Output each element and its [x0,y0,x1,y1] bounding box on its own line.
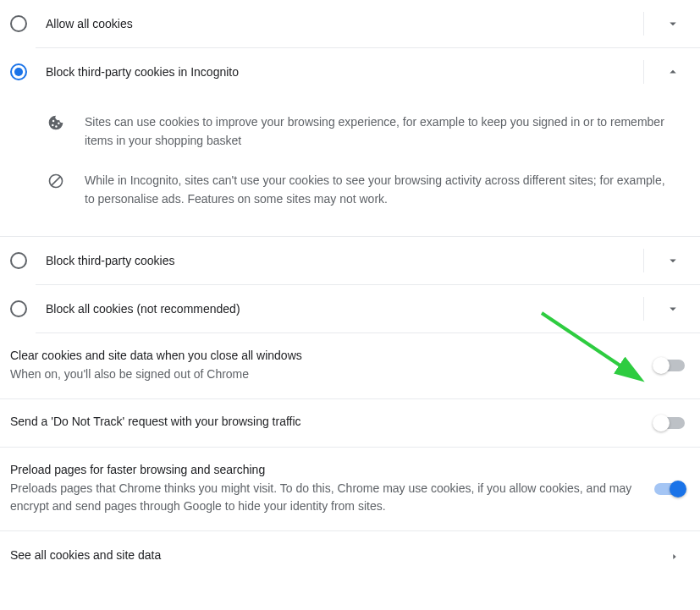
cookie-option-allow-all[interactable]: Allow all cookies [0,0,700,47]
setting-title: Send a 'Do Not Track' request with your … [10,415,637,428]
setting-text: See all cookies and site data [10,548,664,565]
detail-incognito-info: While in Incognito, sites can't use your… [47,161,683,219]
radio-selected-icon [10,63,27,80]
option-label: Block third-party cookies in Incognito [46,65,633,79]
see-all-cookies-link[interactable]: See all cookies and site data [0,531,700,582]
option-label: Allow all cookies [46,17,633,30]
arrow-right-icon [664,547,685,567]
detail-text: While in Incognito, sites can't use your… [85,171,683,209]
setting-text: Clear cookies and site data when you clo… [10,349,654,383]
detail-cookies-info: Sites can use cookies to improve your br… [47,102,683,161]
setting-subtitle: When on, you'll also be signed out of Ch… [10,365,637,383]
chevron-down-icon[interactable] [663,299,683,319]
setting-subtitle: Preloads pages that Chrome thinks you mi… [10,480,637,515]
divider [643,249,644,272]
cookie-option-block-third[interactable]: Block third-party cookies [36,237,700,285]
setting-title: Preload pages for faster browsing and se… [10,463,637,476]
toggle-on[interactable] [654,483,685,495]
cookie-option-block-all[interactable]: Block all cookies (not recommended) [36,285,700,333]
detail-text: Sites can use cookies to improve your br… [85,113,683,151]
radio-unselected-icon [10,15,27,32]
option-label: Block all cookies (not recommended) [46,302,633,316]
cookie-option-block-third-incognito[interactable]: Block third-party cookies in Incognito [36,47,700,96]
radio-unselected-icon [10,252,27,269]
option-label: Block third-party cookies [46,254,633,267]
cookie-icon [47,114,64,131]
setting-text: Send a 'Do Not Track' request with your … [10,415,654,431]
setting-clear-cookies[interactable]: Clear cookies and site data when you clo… [0,333,700,399]
chevron-down-icon[interactable] [663,14,683,34]
divider [643,297,644,321]
setting-do-not-track[interactable]: Send a 'Do Not Track' request with your … [0,399,700,448]
block-icon [47,173,64,190]
radio-unselected-icon [10,300,27,317]
incognito-details: Sites can use cookies to improve your br… [0,96,700,237]
toggle-off[interactable] [654,360,685,371]
divider [643,12,644,36]
chevron-down-icon[interactable] [663,250,683,271]
setting-preload-pages[interactable]: Preload pages for faster browsing and se… [0,448,700,531]
setting-text: Preload pages for faster browsing and se… [10,463,654,515]
divider [643,60,644,84]
chevron-up-icon[interactable] [663,62,683,82]
setting-title: See all cookies and site data [10,548,648,562]
toggle-off[interactable] [654,417,685,429]
setting-title: Clear cookies and site data when you clo… [10,349,637,362]
